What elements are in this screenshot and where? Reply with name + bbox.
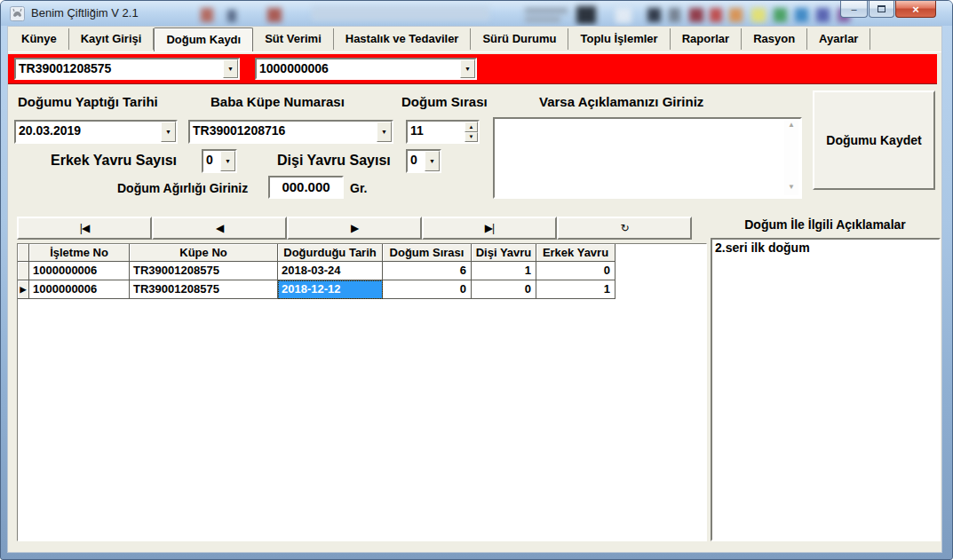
animal-tag-combobox[interactable]: TR39001208575 ▼ <box>14 58 240 80</box>
tab-rasyon[interactable]: Rasyon <box>742 28 807 50</box>
cell-dogum-sirasi[interactable]: 0 <box>383 280 472 299</box>
farm-no-combobox[interactable]: 1000000006 ▼ <box>255 58 477 80</box>
tab-kayit-girisi[interactable]: Kayıt Girişi <box>69 28 155 50</box>
scroll-up-icon[interactable]: ▲ <box>784 121 798 133</box>
spin-up-icon[interactable]: ▲ <box>465 122 478 132</box>
scroll-down-icon[interactable]: ▼ <box>784 183 798 195</box>
chevron-down-icon[interactable]: ▼ <box>425 151 440 171</box>
first-record-button[interactable]: |◀ <box>17 217 152 240</box>
male-count-combobox[interactable]: 0 ▼ <box>202 149 237 173</box>
cell-isletme-no[interactable]: 1000000006 <box>29 280 130 299</box>
artifact <box>576 6 596 24</box>
notes-label: Varsa Açıklamanızı Giriniz <box>539 94 703 109</box>
window-controls: – × <box>839 1 936 18</box>
selected-cell-dogurdugu-tarih[interactable]: 2018-12-12 <box>278 280 383 299</box>
cell-disi-yavru[interactable]: 1 <box>472 262 536 280</box>
cell-isletme-no[interactable]: 1000000006 <box>29 262 130 280</box>
spin-down-icon[interactable]: ▼ <box>465 132 478 143</box>
father-tag-value: TR39001208716 <box>190 122 377 142</box>
birth-date-combobox[interactable]: 20.03.2019 ▼ <box>14 120 178 144</box>
chevron-down-icon[interactable]: ▼ <box>460 59 475 78</box>
artifact <box>267 8 282 22</box>
notes-scrollbar[interactable]: ▲ ▼ <box>784 121 798 195</box>
col-disi-yavru[interactable]: Dişi Yavru <box>472 244 536 262</box>
chevron-down-icon[interactable]: ▼ <box>161 122 176 142</box>
tab-kunye[interactable]: Künye <box>10 28 69 50</box>
artifact <box>201 8 213 22</box>
father-tag-combobox[interactable]: TR39001208716 ▼ <box>188 120 393 144</box>
notes-textarea[interactable]: ▲ ▼ <box>493 117 802 199</box>
female-count-label: Dişi Yavru Sayısı <box>277 153 391 169</box>
col-dogum-sirasi[interactable]: Doğum Sırası <box>383 244 472 262</box>
birth-records-grid: İşletme No Küpe No Doğurduğu Tarih Doğum… <box>17 243 707 541</box>
tab-hastalik-ve-tedaviler[interactable]: Hastalık ve Tedaviler <box>334 28 472 50</box>
titlebar-background-artifacts <box>1 1 952 26</box>
birth-date-value: 20.03.2019 <box>16 122 161 142</box>
artifact <box>227 10 236 22</box>
cell-erkek-yavru[interactable]: 1 <box>536 280 615 299</box>
last-record-button[interactable]: ▶| <box>422 217 557 240</box>
comments-panel-title: Doğum İle İlgili Açıklamalar <box>711 217 940 232</box>
tab-dogum-kaydi[interactable]: Doğum Kaydı <box>154 28 253 51</box>
chevron-down-icon[interactable]: ▼ <box>223 59 238 78</box>
cell-dogum-sirasi[interactable]: 6 <box>383 262 472 280</box>
table-row-current[interactable]: ▶ 1000000006 TR39001208575 2018-12-12 0 … <box>18 280 706 299</box>
chevron-down-icon[interactable]: ▼ <box>377 122 392 142</box>
spin-buttons: ▲ ▼ <box>465 122 478 142</box>
title-bar[interactable]: Benim Çiftliğim V 2.1 – × <box>1 1 952 26</box>
artifact <box>312 6 489 20</box>
close-button[interactable]: × <box>895 1 936 18</box>
next-record-button[interactable]: ▶ <box>287 217 422 240</box>
col-isletme-no[interactable]: İşletme No <box>29 244 130 262</box>
app-window: Benim Çiftliğim V 2.1 – × Künye Kayıt Gi… <box>0 0 953 560</box>
cell-disi-yavru[interactable]: 0 <box>472 280 536 299</box>
tab-bar: Künye Kayıt Girişi Doğum Kaydı Süt Verim… <box>8 27 941 52</box>
cell-kupe-no[interactable]: TR39001208575 <box>130 280 278 299</box>
chevron-down-icon[interactable]: ▼ <box>220 151 235 171</box>
cell-erkek-yavru[interactable]: 0 <box>536 262 615 280</box>
tab-toplu-islemler[interactable]: Toplu İşlemler <box>568 28 670 50</box>
artifact <box>729 8 743 22</box>
tab-suru-durumu[interactable]: Sürü Durumu <box>471 28 568 50</box>
father-tag-label: Baba Küpe Numarası <box>210 94 345 109</box>
col-erkek-yavru[interactable]: Erkek Yavru <box>536 244 615 262</box>
col-kupe-no[interactable]: Küpe No <box>130 244 278 262</box>
animal-tag-value: TR39001208575 <box>16 59 223 78</box>
minimize-button[interactable]: – <box>840 1 868 18</box>
row-selector[interactable] <box>18 262 29 280</box>
record-navigator: |◀ ◀ ▶ ▶| ↻ <box>17 217 692 240</box>
tab-ayarlar[interactable]: Ayarlar <box>807 28 870 50</box>
artifact <box>774 8 787 22</box>
artifact <box>689 8 703 22</box>
weight-input[interactable]: 000.000 <box>268 176 344 199</box>
maximize-button[interactable] <box>869 1 894 18</box>
artifact <box>525 17 560 22</box>
birth-order-label: Doğum Sırası <box>401 94 488 109</box>
app-icon <box>10 6 25 21</box>
birth-date-label: Doğumu Yaptığı Tarihi <box>18 94 158 109</box>
artifact <box>615 8 631 23</box>
main-content: Künye Kayıt Girişi Doğum Kaydı Süt Verim… <box>7 26 942 553</box>
row-selector-header <box>18 244 29 262</box>
artifact <box>525 8 568 13</box>
refresh-records-button[interactable]: ↻ <box>557 217 692 240</box>
col-dogurdugu-tarih[interactable]: Doğurduğu Tarih <box>278 244 383 262</box>
artifact <box>669 8 680 22</box>
window-title: Benim Çiftliğim V 2.1 <box>31 6 139 20</box>
birth-order-spinner[interactable]: 11 ▲ ▼ <box>406 120 480 144</box>
save-birth-button[interactable]: Doğumu Kaydet <box>813 91 935 190</box>
cell-kupe-no[interactable]: TR39001208575 <box>130 262 278 280</box>
female-count-value: 0 <box>408 151 425 171</box>
comments-textbox[interactable]: 2.seri ilk doğum <box>711 238 941 541</box>
male-count-value: 0 <box>203 151 220 171</box>
cell-dogurdugu-tarih[interactable]: 2018-03-24 <box>278 262 383 280</box>
artifact <box>710 8 722 22</box>
prev-record-button[interactable]: ◀ <box>152 217 287 240</box>
female-count-combobox[interactable]: 0 ▼ <box>406 149 441 173</box>
tab-sut-verimi[interactable]: Süt Verimi <box>253 28 334 50</box>
table-row[interactable]: 1000000006 TR39001208575 2018-03-24 6 1 … <box>18 262 706 280</box>
tab-raporlar[interactable]: Raporlar <box>671 28 742 50</box>
current-row-marker-icon: ▶ <box>18 280 29 299</box>
artifact <box>751 8 766 22</box>
animal-selection-bar: TR39001208575 ▼ 1000000006 ▼ <box>8 54 937 83</box>
